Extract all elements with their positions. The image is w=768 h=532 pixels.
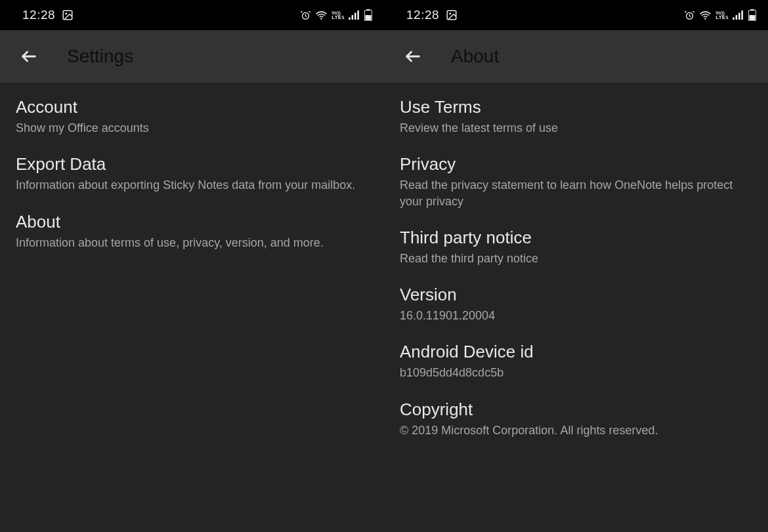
item-subtitle: b109d5dd4d8cdc5b <box>400 365 752 380</box>
signal-icon <box>349 10 360 20</box>
settings-item-export-data[interactable]: Export Data Information about exporting … <box>16 154 368 193</box>
about-item-use-terms[interactable]: Use Terms Review the latest terms of use <box>400 97 752 136</box>
status-bar: 12:28 Vo)) LTE1 <box>384 0 768 30</box>
item-title: About <box>16 212 368 232</box>
app-bar: About <box>384 30 768 83</box>
about-item-third-party[interactable]: Third party notice Read the third party … <box>400 228 752 266</box>
arrow-left-icon <box>404 47 422 66</box>
about-item-version[interactable]: Version 16.0.11901.20004 <box>400 285 752 323</box>
alarm-icon <box>300 10 311 21</box>
item-subtitle: Read the third party notice <box>400 251 752 266</box>
about-screen: 12:28 Vo)) LTE1 <box>384 0 768 532</box>
picture-icon <box>446 9 458 21</box>
settings-item-account[interactable]: Account Show my Office accounts <box>16 97 368 136</box>
settings-content: Account Show my Office accounts Export D… <box>0 83 384 532</box>
about-item-copyright[interactable]: Copyright © 2019 Microsoft Corporation. … <box>400 399 752 438</box>
volte-icon: Vo)) LTE1 <box>331 10 345 20</box>
item-title: Account <box>16 97 368 117</box>
status-time: 12:28 <box>22 8 55 22</box>
svg-rect-7 <box>357 10 359 20</box>
battery-icon <box>748 9 756 21</box>
item-subtitle: © 2019 Microsoft Corporation. All rights… <box>400 422 752 438</box>
settings-screen: 12:28 Vo)) LTE1 <box>0 0 384 532</box>
wifi-icon <box>699 10 712 20</box>
item-title: Third party notice <box>400 228 752 248</box>
item-subtitle: 16.0.11901.20004 <box>400 308 752 323</box>
back-button[interactable] <box>16 43 42 70</box>
item-title: Use Terms <box>400 97 752 117</box>
svg-point-3 <box>321 18 322 19</box>
about-content: Use Terms Review the latest terms of use… <box>384 83 768 532</box>
item-subtitle: Review the latest terms of use <box>400 120 752 136</box>
item-title: Export Data <box>16 154 368 174</box>
svg-point-14 <box>705 18 706 19</box>
status-left: 12:28 <box>22 8 74 22</box>
wifi-icon <box>315 10 328 20</box>
signal-icon <box>733 10 744 20</box>
item-subtitle: Information about terms of use, privacy,… <box>16 235 368 251</box>
svg-rect-10 <box>366 15 372 20</box>
status-right: Vo)) LTE1 <box>300 9 372 21</box>
svg-rect-15 <box>733 18 735 20</box>
item-subtitle: Show my Office accounts <box>16 120 368 136</box>
svg-point-1 <box>65 12 67 14</box>
app-bar-title: Settings <box>67 46 133 67</box>
svg-rect-21 <box>750 15 756 20</box>
svg-rect-17 <box>738 13 740 20</box>
item-subtitle: Information about exporting Sticky Notes… <box>16 177 368 193</box>
svg-rect-6 <box>354 13 356 20</box>
volte-icon: Vo)) LTE1 <box>715 10 729 20</box>
svg-rect-18 <box>741 10 743 20</box>
settings-item-about[interactable]: About Information about terms of use, pr… <box>16 212 368 251</box>
status-time: 12:28 <box>406 8 439 22</box>
back-button[interactable] <box>400 43 426 70</box>
svg-rect-5 <box>352 15 354 20</box>
svg-rect-4 <box>349 18 351 20</box>
status-bar: 12:28 Vo)) LTE1 <box>0 0 384 30</box>
item-title: Android Device id <box>400 342 752 362</box>
item-title: Privacy <box>400 154 752 174</box>
status-left: 12:28 <box>406 8 458 22</box>
app-bar-title: About <box>451 46 499 67</box>
about-item-privacy[interactable]: Privacy Read the privacy statement to le… <box>400 154 752 209</box>
picture-icon <box>62 9 74 21</box>
item-title: Version <box>400 285 752 305</box>
arrow-left-icon <box>20 47 38 66</box>
app-bar: Settings <box>0 30 384 83</box>
svg-rect-16 <box>736 15 738 20</box>
about-item-device-id[interactable]: Android Device id b109d5dd4d8cdc5b <box>400 342 752 380</box>
item-subtitle: Read the privacy statement to learn how … <box>400 177 752 209</box>
status-right: Vo)) LTE1 <box>684 9 756 21</box>
alarm-icon <box>684 10 695 21</box>
item-title: Copyright <box>400 399 752 420</box>
svg-point-12 <box>449 12 451 14</box>
battery-icon <box>364 9 372 21</box>
